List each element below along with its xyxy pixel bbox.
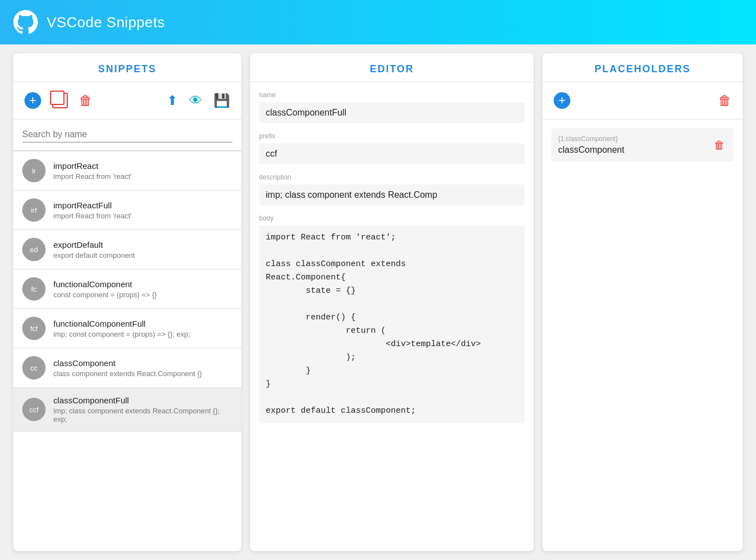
snippet-avatar: fc <box>22 277 46 301</box>
snippet-name: functionalComponent <box>53 279 232 289</box>
editor-content: name prefix description body <box>250 82 534 551</box>
snippets-toolbar: + 🗑 ⬆ 👁 💾 <box>13 82 241 119</box>
copy-snippet-button[interactable] <box>50 91 70 111</box>
prefix-input[interactable] <box>259 143 525 164</box>
add-snippet-button[interactable]: + <box>22 90 43 111</box>
editor-panel: EDITOR name prefix description body <box>250 53 534 551</box>
delete-placeholder-item-button[interactable]: 🗑 <box>712 137 727 154</box>
snippet-name: importReact <box>53 161 232 171</box>
add-placeholder-icon: + <box>554 92 570 109</box>
upload-icon: ⬆ <box>167 93 178 108</box>
snippet-name: importReactFull <box>53 201 232 210</box>
description-label: description <box>259 173 525 181</box>
snippet-avatar: cc <box>22 356 46 379</box>
snippet-desc: class component extends React.Component … <box>53 369 232 378</box>
snippet-desc: imp; class component extends React.Compo… <box>53 407 232 423</box>
name-label: name <box>259 91 525 99</box>
snippet-desc: imp; const component = (props) => {}; ex… <box>53 330 232 338</box>
snippet-avatar: ed <box>22 238 46 261</box>
upload-snippet-button[interactable]: ⬆ <box>165 91 180 111</box>
snippet-item[interactable]: ir importReact import React from 'react' <box>13 151 241 191</box>
placeholders-panel: PLACEHOLDERS + 🗑 {1:classComponent} clas… <box>543 53 743 551</box>
snippet-name: functionalComponentFull <box>53 319 232 328</box>
snippets-panel: SNIPPETS + 🗑 ⬆ 👁 💾 <box>13 53 241 551</box>
add-placeholder-button[interactable]: + <box>551 90 573 111</box>
eye-icon: 👁 <box>189 93 202 108</box>
snippet-avatar: fcf <box>22 317 46 340</box>
editor-heading: EDITOR <box>250 53 534 82</box>
delete-placeholder-icon: 🗑 <box>718 93 732 108</box>
snippet-item[interactable]: irf importReactFull import React from 'r… <box>13 191 241 230</box>
name-input[interactable] <box>259 102 525 123</box>
save-icon: 💾 <box>213 93 230 108</box>
snippet-name: exportDefault <box>53 240 232 249</box>
snippet-desc: const component = (props) => {} <box>53 291 232 299</box>
save-snippet-button[interactable]: 💾 <box>211 91 232 111</box>
snippet-item[interactable]: ccf classComponentFull imp; class compon… <box>13 388 241 432</box>
app-title: VSCode Snippets <box>47 14 165 31</box>
trash-icon: 🗑 <box>79 93 92 108</box>
prefix-field-group: prefix <box>259 132 525 164</box>
description-input[interactable] <box>259 184 525 206</box>
placeholder-list: {1:classComponent} classComponent 🗑 <box>543 119 743 171</box>
snippet-item[interactable]: fc functionalComponent const component =… <box>13 269 241 309</box>
snippet-desc: export default component <box>53 251 232 259</box>
prefix-label: prefix <box>259 132 525 140</box>
delete-placeholder-button[interactable]: 🗑 <box>716 91 734 111</box>
name-field-group: name <box>259 91 525 123</box>
snippet-avatar: ccf <box>22 398 46 421</box>
body-textarea[interactable] <box>259 226 525 423</box>
copy-icon <box>52 93 68 108</box>
snippet-item[interactable]: cc classComponent class component extend… <box>13 348 241 388</box>
description-field-group: description <box>259 173 525 206</box>
placeholder-key: {1:classComponent} <box>558 135 706 143</box>
placeholders-toolbar: + 🗑 <box>543 82 743 119</box>
snippet-desc: import React from 'react' <box>53 172 232 181</box>
snippet-avatar: ir <box>22 159 46 182</box>
app-header: VSCode Snippets <box>0 0 756 44</box>
snippet-item[interactable]: fcf functionalComponentFull imp; const c… <box>13 309 241 348</box>
body-field-group: body <box>259 214 525 426</box>
search-container <box>13 119 241 151</box>
snippet-desc: import React from 'react' <box>53 212 232 220</box>
delete-snippet-button[interactable]: 🗑 <box>77 91 94 111</box>
preview-snippet-button[interactable]: 👁 <box>187 91 205 111</box>
snippet-list: ir importReact import React from 'react'… <box>13 151 241 551</box>
body-label: body <box>259 214 525 222</box>
snippet-avatar: irf <box>22 198 46 222</box>
search-input[interactable] <box>22 127 232 143</box>
snippets-heading: SNIPPETS <box>13 53 241 82</box>
snippet-name: classComponent <box>53 358 232 368</box>
placeholder-item: {1:classComponent} classComponent 🗑 <box>551 128 734 162</box>
main-content: SNIPPETS + 🗑 ⬆ 👁 💾 <box>0 44 756 560</box>
github-icon <box>13 10 38 34</box>
snippet-item[interactable]: ed exportDefault export default componen… <box>13 230 241 269</box>
placeholder-value: classComponent <box>558 145 706 155</box>
add-icon: + <box>24 92 41 109</box>
snippet-name: classComponentFull <box>53 396 232 405</box>
placeholders-heading: PLACEHOLDERS <box>543 53 743 82</box>
